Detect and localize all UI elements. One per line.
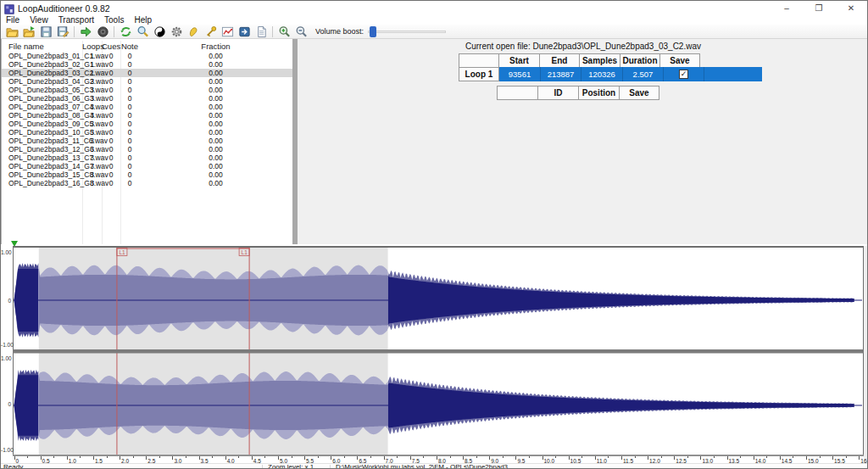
time-tick (93, 456, 94, 460)
document-icon (255, 25, 268, 38)
cues-cell: 0 (102, 94, 120, 103)
stop-button[interactable] (94, 25, 111, 38)
slider-thumb[interactable] (370, 26, 376, 37)
crossfade-button[interactable] (236, 25, 253, 38)
horn-icon (187, 25, 200, 38)
restore-button[interactable]: ❐ (803, 1, 835, 15)
file-row[interactable]: OPL_Dune2bpad3_10_G5.wav3000.00 (2, 128, 292, 137)
file-row[interactable]: OPL_Dune2bpad3_06_G3.wav3000.00 (2, 94, 292, 103)
loop-duration-cell[interactable]: 2.507 (623, 67, 664, 81)
fraction-cell: 0.00 (139, 154, 292, 162)
toolbar-separator (74, 26, 75, 37)
menu-help[interactable]: Help (129, 15, 157, 25)
column-header-cues[interactable]: Cues (102, 42, 120, 52)
time-tick (621, 456, 622, 460)
time-tick (370, 456, 371, 458)
time-tick (397, 456, 398, 458)
file-info-button[interactable] (253, 25, 270, 38)
file-row[interactable]: OPL_Dune2bpad3_08_G4.wav3000.00 (2, 111, 292, 120)
volume-boost-slider[interactable] (368, 26, 446, 37)
edit-metadata-button[interactable] (202, 25, 219, 38)
zoom-out-button[interactable] (292, 25, 309, 38)
play-button[interactable] (77, 25, 94, 38)
note-cell: 0 (120, 52, 139, 60)
file-name-cell: OPL_Dune2bpad3_07_C4.wav (8, 103, 82, 111)
time-tick (806, 456, 807, 460)
fraction-cell: 0.00 (139, 128, 292, 137)
file-row[interactable]: OPL_Dune2bpad3_11_C6.wav3000.00 (2, 137, 292, 145)
waveform-canvas[interactable]: L1L1 (13, 246, 864, 456)
loop-save-cell: ✓ (664, 67, 704, 81)
toolbar: Volume boost: (1, 25, 867, 39)
file-row[interactable]: OPL_Dune2bpad3_01_C1.wav1000.00 (2, 52, 292, 60)
loop-end-cell[interactable]: 213887 (541, 67, 581, 81)
open-file-button[interactable] (3, 25, 20, 38)
loops-header-save: Save (659, 53, 700, 68)
minimize-button[interactable]: – (771, 1, 803, 15)
file-row[interactable]: OPL_Dune2bpad3_12_G6.wav3000.00 (2, 145, 292, 154)
open-folder-button[interactable] (20, 25, 37, 38)
loop-start-cell[interactable]: 93561 (499, 67, 541, 81)
loop-row-selected[interactable]: 935612138871203262.507✓ (499, 67, 762, 81)
cues-cell: 0 (102, 52, 120, 60)
file-row[interactable]: OPL_Dune2bpad3_09_C5.wav3000.00 (2, 120, 292, 128)
time-tick (515, 456, 516, 460)
menu-file[interactable]: File (1, 15, 25, 25)
autoloop-button[interactable] (117, 25, 134, 38)
file-row[interactable]: OPL_Dune2bpad3_05_C3.wav3000.00 (2, 86, 292, 94)
loops-cell: 3 (82, 77, 102, 86)
file-row[interactable]: OPL_Dune2bpad3_13_C7.wav3000.00 (2, 154, 292, 162)
cues-header-id: ID (537, 86, 579, 100)
cues-cell: 0 (102, 77, 120, 86)
file-name-cell: OPL_Dune2bpad3_02_G1.wav (8, 60, 82, 69)
column-header-loops[interactable]: Loops (82, 42, 102, 52)
time-tick (331, 456, 331, 460)
settings-button[interactable] (168, 25, 185, 38)
status-ready: Ready (3, 464, 23, 469)
loop-save-checkbox[interactable]: ✓ (679, 70, 688, 79)
time-tick (700, 456, 701, 460)
pitch-graph-button[interactable] (219, 25, 236, 38)
time-tick (754, 456, 754, 460)
waveform-right-margin (864, 246, 868, 463)
file-row[interactable]: OPL_Dune2bpad3_16_G8.wav3000.00 (2, 179, 292, 187)
batch-process-button[interactable] (151, 25, 168, 38)
time-tick (714, 456, 715, 458)
menu-tools[interactable]: Tools (99, 15, 129, 25)
window-title: LoopAuditioneer 0.9.82 (18, 3, 110, 14)
zoom-in-button[interactable] (275, 25, 292, 38)
file-row[interactable]: OPL_Dune2bpad3_02_G1.wav1000.00 (2, 60, 292, 69)
loop-samples-cell[interactable]: 120326 (581, 67, 623, 81)
time-tick (252, 456, 253, 460)
time-tick (304, 456, 305, 460)
loop-row-label[interactable]: Loop 1 (459, 67, 499, 81)
cue-button[interactable] (185, 25, 202, 38)
status-separator (262, 465, 263, 469)
file-row[interactable]: OPL_Dune2bpad3_15_C8.wav3000.00 (2, 170, 292, 179)
file-row[interactable]: OPL_Dune2bpad3_07_C4.wav3000.00 (2, 103, 292, 111)
loop-marker-label: L1 (119, 249, 125, 255)
column-header-file-name[interactable]: File name (8, 42, 82, 52)
file-row[interactable]: OPL_Dune2bpad3_03_C2.wav1000.00 (2, 69, 292, 77)
crossfade-icon (238, 25, 251, 38)
file-list-header: File nameLoopsCuesNoteFraction (2, 42, 292, 52)
y-axis-label: 1.00 (1, 249, 11, 255)
loop-search-button[interactable] (134, 25, 151, 38)
file-row[interactable]: OPL_Dune2bpad3_14_G7.wav3000.00 (2, 162, 292, 170)
save-button[interactable] (37, 25, 54, 38)
menu-transport[interactable]: Transport (53, 15, 99, 25)
loop-icon (120, 25, 132, 38)
file-row[interactable]: OPL_Dune2bpad3_04_G2.wav3000.00 (2, 77, 292, 86)
time-tick (859, 456, 860, 460)
file-list: File nameLoopsCuesNoteFractionOPL_Dune2b… (1, 39, 292, 244)
loops-cell: 3 (82, 170, 102, 179)
save-as-button[interactable] (54, 25, 71, 38)
file-name-cell: OPL_Dune2bpad3_14_G7.wav (8, 162, 82, 170)
time-tick (595, 456, 596, 460)
menu-view[interactable]: View (25, 15, 53, 25)
column-header-note[interactable]: Note (120, 42, 139, 52)
column-header-fraction[interactable]: Fraction (139, 42, 292, 52)
close-button[interactable]: ✕ (835, 1, 867, 15)
loops-cell: 3 (82, 111, 102, 120)
cues-header-corner (497, 86, 538, 100)
